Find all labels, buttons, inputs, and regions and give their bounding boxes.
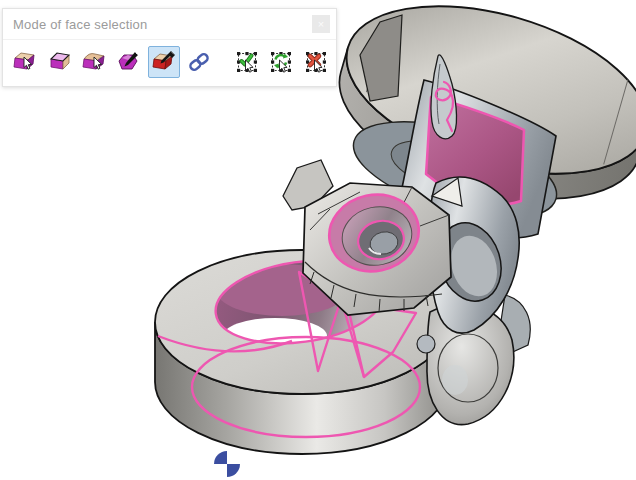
panel-title-bar[interactable]: Mode of face selection ×: [3, 9, 336, 40]
face-cursor-icon: [12, 49, 38, 75]
face-selection-panel: Mode of face selection ×: [2, 8, 337, 87]
selection-check-icon: [234, 49, 260, 75]
pick-face-color-button[interactable]: [148, 46, 180, 78]
app-window: { "panel": { "title": "Mode of face sele…: [0, 0, 636, 480]
selection-delete-icon: [303, 49, 329, 75]
cancel-selection-button[interactable]: [300, 46, 332, 78]
highlighted-face-icon: [47, 49, 73, 75]
select-linked-faces-button[interactable]: [183, 46, 215, 78]
face-selection-toolbar: [3, 40, 336, 86]
select-smooth-face-button[interactable]: [79, 46, 111, 78]
close-button[interactable]: ×: [312, 15, 330, 33]
selection-refresh-icon: [268, 49, 294, 75]
panel-title: Mode of face selection: [13, 17, 312, 32]
curved-face-cursor-icon: [81, 49, 107, 75]
face-pen-icon: [116, 49, 142, 75]
chain-link-icon: [186, 49, 212, 75]
select-face-button[interactable]: [9, 46, 41, 78]
face-eyedropper-icon: [151, 49, 177, 75]
select-face-by-pen-button[interactable]: [113, 46, 145, 78]
refresh-selection-button[interactable]: [265, 46, 297, 78]
center-of-mass-marker[interactable]: [214, 451, 240, 477]
validate-selection-button[interactable]: [231, 46, 263, 78]
select-top-face-button[interactable]: [44, 46, 76, 78]
